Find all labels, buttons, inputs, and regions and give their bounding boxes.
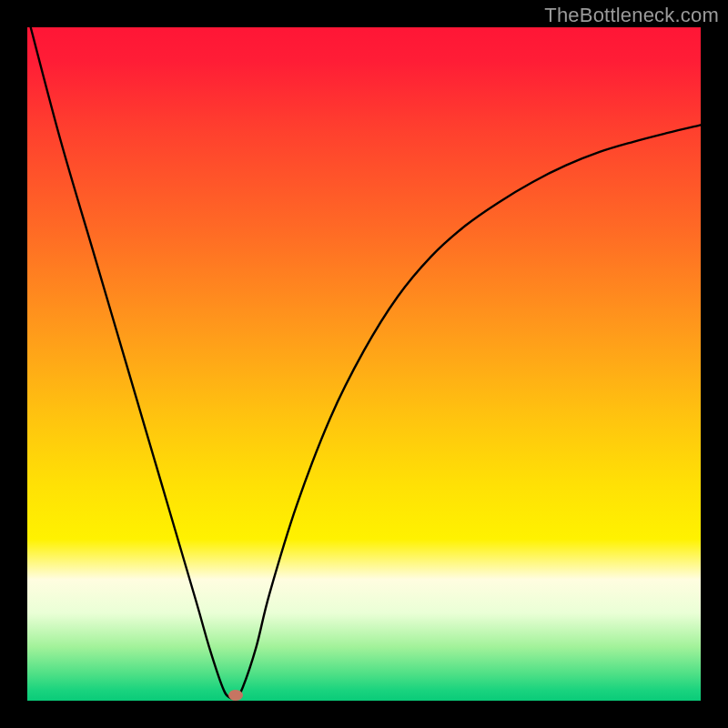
watermark-text: TheBottleneck.com xyxy=(544,4,719,27)
curve-path xyxy=(31,27,701,699)
chart-frame: TheBottleneck.com xyxy=(0,0,728,728)
curve-svg xyxy=(27,27,701,701)
minimum-marker-icon xyxy=(228,690,243,701)
plot-area xyxy=(27,27,701,701)
